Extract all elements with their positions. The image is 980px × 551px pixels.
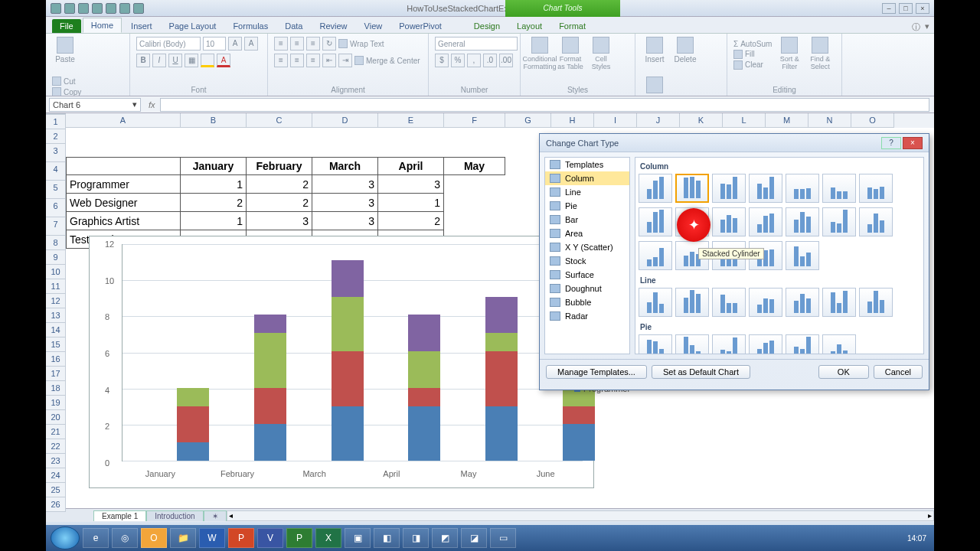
font-size-selector[interactable]: 10: [203, 37, 226, 51]
save-icon[interactable]: [64, 3, 75, 14]
chart-subtype-thumb[interactable]: [712, 334, 746, 354]
row-header[interactable]: 22: [46, 439, 65, 454]
stacked-bar[interactable]: [485, 297, 518, 461]
chart-type-bubble[interactable]: Bubble: [545, 295, 629, 309]
start-button[interactable]: [51, 527, 80, 549]
chart-subtype-thumb[interactable]: [786, 207, 819, 236]
cell[interactable]: [66, 157, 181, 175]
stacked-bar[interactable]: [177, 388, 209, 461]
chart-subtype-thumb[interactable]: [749, 174, 782, 203]
row-header[interactable]: 20: [46, 410, 65, 425]
format-table-button[interactable]: Format as Table: [557, 37, 583, 72]
help-icon[interactable]: ⓘ: [912, 21, 920, 33]
chart-subtype-thumb[interactable]: [639, 288, 672, 317]
close-button[interactable]: ×: [916, 3, 929, 14]
percent-icon[interactable]: %: [451, 54, 465, 67]
chart-subtype-thumb[interactable]: [859, 288, 893, 317]
row-header[interactable]: 10: [46, 265, 65, 279]
chart-type-bar[interactable]: Bar: [545, 213, 629, 227]
column-header[interactable]: J: [637, 113, 680, 128]
chart-type-templates[interactable]: Templates: [545, 158, 629, 171]
chart-subtype-thumb[interactable]: [712, 207, 746, 236]
merge-center-button[interactable]: Merge & Center: [354, 54, 420, 67]
chart-type-x-y-scatter-[interactable]: X Y (Scatter): [545, 240, 629, 254]
column-header[interactable]: D: [312, 113, 378, 128]
chart-subtype-thumb[interactable]: [822, 207, 856, 236]
cell[interactable]: February: [247, 157, 312, 175]
row-header[interactable]: 11: [46, 279, 65, 294]
column-header[interactable]: L: [723, 113, 766, 128]
chart-subtype-thumb[interactable]: [749, 334, 782, 354]
chart-subtype-thumb[interactable]: [639, 241, 672, 270]
row-header[interactable]: 3: [46, 144, 65, 162]
cell[interactable]: Web Designer: [66, 194, 181, 212]
cell[interactable]: 3: [312, 212, 378, 230]
number-format-selector[interactable]: General: [435, 37, 518, 51]
row-header[interactable]: 2: [46, 129, 65, 144]
stacked-bar[interactable]: [408, 315, 440, 461]
chart-subtype-thumb[interactable]: [786, 241, 819, 270]
inc-indent-icon[interactable]: ⇥: [338, 54, 352, 67]
underline-button[interactable]: U: [168, 54, 182, 67]
column-header[interactable]: F: [444, 113, 505, 128]
chart-type-line[interactable]: Line: [545, 185, 629, 199]
tab-layout[interactable]: Layout: [509, 19, 550, 33]
align-center-icon[interactable]: ≡: [290, 54, 304, 67]
chart-subtype-thumb[interactable]: [712, 174, 746, 203]
cell[interactable]: 1: [378, 194, 444, 212]
align-bot-icon[interactable]: ≡: [306, 37, 320, 51]
wrap-text-button[interactable]: Wrap Text: [338, 37, 384, 51]
cell[interactable]: January: [181, 157, 247, 175]
cell[interactable]: 2: [247, 175, 312, 194]
chart-subtype-thumb[interactable]: [786, 174, 819, 203]
sheet-tab-introduction[interactable]: Introduction: [146, 510, 203, 521]
cell[interactable]: 2: [247, 194, 312, 212]
chart-type-list[interactable]: TemplatesColumnLinePieBarAreaX Y (Scatte…: [544, 157, 630, 354]
bold-button[interactable]: B: [136, 54, 150, 67]
tab-format[interactable]: Format: [551, 19, 593, 33]
column-header[interactable]: I: [594, 113, 637, 128]
sheet-tab-example1[interactable]: Example 1: [93, 510, 146, 521]
column-header[interactable]: H: [551, 113, 594, 128]
column-header[interactable]: M: [766, 113, 808, 128]
row-header[interactable]: 6: [46, 199, 65, 217]
chart-subtype-thumb[interactable]: [822, 174, 856, 203]
orientation-icon[interactable]: ↻: [322, 37, 336, 51]
column-header[interactable]: K: [680, 113, 723, 128]
fill-button[interactable]: Fill: [733, 50, 772, 59]
taskbar-app4-icon[interactable]: ◩: [432, 528, 458, 548]
taskbar-outlook-icon[interactable]: O: [141, 528, 167, 548]
chart-type-pie[interactable]: Pie: [545, 199, 629, 213]
set-default-chart-button[interactable]: Set as Default Chart: [652, 365, 750, 379]
fx-icon[interactable]: fx: [144, 100, 160, 109]
currency-icon[interactable]: $: [435, 54, 449, 67]
stacked-bar[interactable]: [254, 315, 286, 461]
minimize-button[interactable]: –: [882, 3, 896, 14]
chart-subtype-thumb[interactable]: [822, 288, 856, 317]
column-header[interactable]: C: [247, 113, 312, 128]
tab-data[interactable]: Data: [277, 19, 310, 33]
taskbar-app2-icon[interactable]: ◧: [374, 528, 400, 548]
chart-type-doughnut[interactable]: Doughnut: [545, 282, 629, 295]
taskbar-chrome-icon[interactable]: ◎: [112, 528, 138, 548]
font-name-selector[interactable]: Calibri (Body): [136, 37, 201, 51]
taskbar-app3-icon[interactable]: ◨: [403, 528, 429, 548]
cell[interactable]: May: [444, 157, 505, 175]
cell[interactable]: 1: [181, 175, 247, 194]
cell[interactable]: 3: [378, 175, 444, 194]
formula-input[interactable]: [160, 98, 929, 112]
cell[interactable]: April: [378, 157, 444, 175]
cell[interactable]: 2: [181, 194, 247, 212]
taskbar-app5-icon[interactable]: ◪: [461, 528, 487, 548]
tab-view[interactable]: View: [357, 19, 390, 33]
taskbar-ie-icon[interactable]: e: [83, 528, 109, 548]
fill-color-button[interactable]: [201, 54, 214, 67]
copy-button[interactable]: Copy: [52, 87, 114, 96]
row-header[interactable]: 18: [46, 381, 65, 396]
align-mid-icon[interactable]: ≡: [290, 37, 304, 51]
row-header[interactable]: 21: [46, 425, 65, 439]
column-header[interactable]: G: [505, 113, 551, 128]
autosum-button[interactable]: ΣAutoSum: [733, 40, 772, 48]
row-header[interactable]: 15: [46, 337, 65, 352]
cond-format-button[interactable]: Conditional Formatting: [527, 37, 553, 72]
